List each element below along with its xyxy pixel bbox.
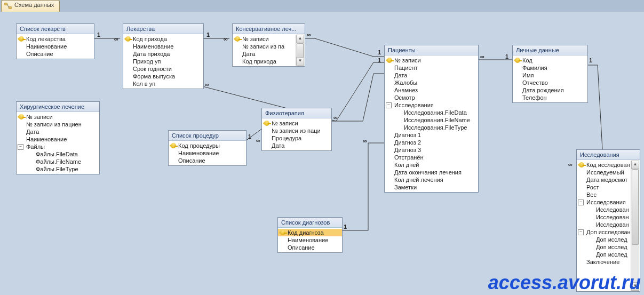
field[interactable]: Диагноз 1: [385, 131, 478, 139]
field[interactable]: Фамилия: [513, 64, 587, 71]
table-patients[interactable]: Пациенты № записи Пациент Дата Жалобы Ан…: [384, 45, 479, 193]
table-title: Список диагнозов: [278, 218, 342, 228]
field[interactable]: Приход уп: [123, 58, 203, 65]
field[interactable]: Доп исслед: [577, 236, 631, 243]
collapse-icon[interactable]: −: [18, 144, 23, 150]
field[interactable]: № записи: [17, 113, 99, 121]
field[interactable]: Описание: [278, 244, 342, 251]
field[interactable]: Код прихода: [233, 58, 296, 65]
field[interactable]: Дата: [17, 128, 99, 135]
field[interactable]: Диагноз 2: [385, 139, 478, 146]
field[interactable]: Дата окончания лечения: [385, 169, 478, 176]
table-drugs-list[interactable]: Список лекарств Код лекарства Наименован…: [16, 23, 94, 59]
field[interactable]: № записи: [262, 119, 331, 127]
table-proc-list[interactable]: Список процедур Код процедуры Наименован…: [168, 130, 247, 166]
field[interactable]: Телефон: [513, 94, 587, 101]
field[interactable]: −Доп исследован: [577, 228, 631, 236]
field[interactable]: Пациент: [385, 64, 478, 71]
field[interactable]: № записи: [233, 35, 296, 43]
field[interactable]: Исследования.FileData: [385, 109, 478, 116]
field[interactable]: Дата: [233, 50, 296, 58]
field[interactable]: Исследования.FileType: [385, 124, 478, 131]
scroll-thumb[interactable]: [632, 169, 639, 245]
field[interactable]: Заключение: [577, 258, 631, 266]
field[interactable]: Дата рождения: [513, 86, 587, 94]
field[interactable]: Наименование: [17, 43, 94, 50]
field[interactable]: Описание: [169, 157, 246, 164]
field[interactable]: Исследуемый: [577, 169, 631, 176]
field[interactable]: Файлы.FileType: [17, 165, 99, 173]
field[interactable]: Исследован: [577, 206, 631, 213]
field[interactable]: Имя: [513, 71, 587, 79]
field[interactable]: Дата прихода: [123, 50, 203, 58]
table-physio[interactable]: Физиотерапия № записи № записи из паци П…: [261, 108, 332, 151]
scroll-down-icon[interactable]: ▼: [296, 57, 304, 66]
field[interactable]: Исследован: [577, 213, 631, 221]
field[interactable]: Вес: [577, 191, 631, 198]
field[interactable]: Кол дней лечения: [385, 176, 478, 184]
field[interactable]: Файлы.FileName: [17, 158, 99, 165]
tab-relationships[interactable]: Схема данных: [1, 0, 60, 12]
table-research[interactable]: Исследования Код исследован Исследуемый …: [576, 149, 640, 292]
rel-card: ∞: [568, 161, 573, 168]
svg-line-2: [7, 4, 9, 8]
field[interactable]: № записи из паци: [262, 127, 331, 134]
field[interactable]: Отчество: [513, 79, 587, 86]
field[interactable]: Наименование: [169, 149, 246, 157]
field[interactable]: Исследован: [577, 221, 631, 228]
field[interactable]: Доп исслед: [577, 251, 631, 258]
field[interactable]: Код исследован: [577, 161, 631, 169]
field[interactable]: Код прихода: [123, 35, 203, 43]
field[interactable]: Код процедуры: [169, 142, 246, 149]
collapse-icon[interactable]: −: [578, 200, 584, 205]
diagram-canvas[interactable]: 1 ∞ 1 ∞ ∞ 1 ∞ 1 ∞ 1 ∞ 1 ∞ 1 ∞ 1 ∞ Список…: [0, 12, 644, 295]
field[interactable]: № записи: [385, 57, 478, 64]
field[interactable]: Дата: [262, 142, 331, 149]
field[interactable]: № записи из па: [233, 43, 296, 50]
field[interactable]: Описание: [17, 50, 94, 58]
table-diag-list[interactable]: Список диагнозов Код диагноза Наименован…: [277, 217, 343, 253]
field[interactable]: −Исследования: [577, 198, 631, 206]
field[interactable]: Осмотр: [385, 94, 478, 101]
field[interactable]: Кол дней: [385, 161, 478, 169]
field[interactable]: Форма выпуска: [123, 73, 203, 80]
table-drugs[interactable]: Лекарства Код прихода Наименование Дата …: [123, 23, 204, 89]
scroll-up-icon[interactable]: ▲: [296, 35, 304, 43]
field[interactable]: Файлы.FileData: [17, 150, 99, 158]
table-surgery[interactable]: Хирургическое лечение № записи № записи …: [16, 101, 100, 174]
field[interactable]: Наименование: [123, 43, 203, 50]
field[interactable]: Дата: [385, 71, 478, 79]
field[interactable]: −Исследования: [385, 101, 478, 109]
field[interactable]: Анамнез: [385, 86, 478, 94]
table-title: Исследования: [577, 150, 640, 160]
rel-card: 1: [206, 31, 210, 38]
field[interactable]: Дата медосмот: [577, 176, 631, 184]
field[interactable]: Отстранён: [385, 154, 478, 161]
rel-card: ∞: [256, 137, 260, 143]
scrollbar[interactable]: ▲ ▼: [296, 35, 304, 66]
field[interactable]: Жалобы: [385, 79, 478, 86]
collapse-icon[interactable]: −: [578, 229, 584, 235]
field[interactable]: Наименование: [278, 236, 342, 244]
field[interactable]: Исследования.FileName: [385, 116, 478, 124]
field[interactable]: Рост: [577, 184, 631, 191]
field[interactable]: Код: [513, 57, 587, 64]
svg-rect-1: [9, 7, 11, 9]
field[interactable]: Доп исслед: [577, 243, 631, 251]
field[interactable]: Наименование: [17, 135, 99, 143]
rel-card: 1: [505, 53, 508, 60]
field[interactable]: № записи из пациен: [17, 121, 99, 128]
table-personal[interactable]: Личные данные Код Фамилия Имя Отчество Д…: [512, 45, 588, 103]
field[interactable]: Диагноз 3: [385, 146, 478, 154]
collapse-icon[interactable]: −: [386, 102, 392, 108]
field[interactable]: Код диагноза: [278, 229, 342, 236]
table-cons-treat[interactable]: Консервативное леч... № записи № записи …: [232, 23, 305, 67]
field[interactable]: −Файлы: [17, 143, 99, 150]
rel-card: ∞: [333, 114, 338, 121]
field[interactable]: Процедура: [262, 134, 331, 142]
field[interactable]: Срок годности: [123, 65, 203, 73]
scroll-up-icon[interactable]: ▲: [631, 161, 639, 169]
field[interactable]: Заметки: [385, 184, 478, 191]
field[interactable]: Код лекарства: [17, 35, 94, 43]
field[interactable]: Кол в уп: [123, 80, 203, 87]
